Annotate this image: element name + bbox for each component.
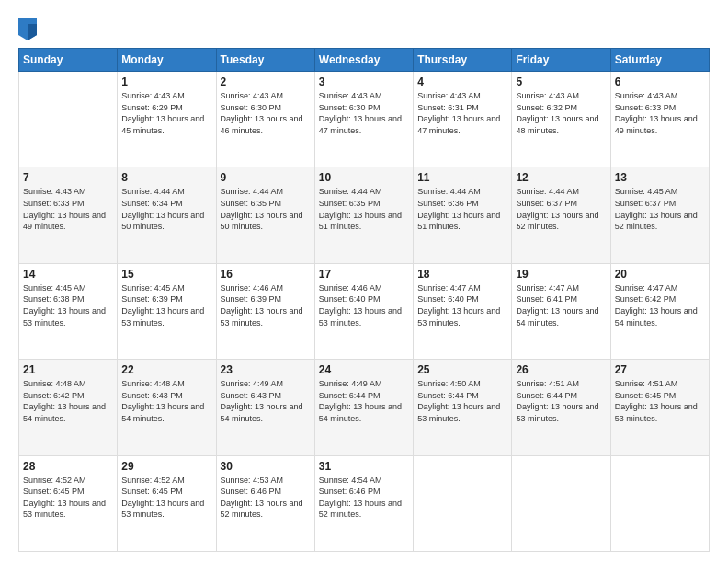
day-number: 9 (221, 171, 311, 184)
logo (18, 18, 40, 40)
calendar-cell: 9Sunrise: 4:44 AMSunset: 6:35 PMDaylight… (216, 167, 314, 263)
day-number: 10 (319, 171, 409, 184)
calendar-cell: 5Sunrise: 4:43 AMSunset: 6:32 PMDaylight… (512, 72, 610, 167)
calendar-cell: 18Sunrise: 4:47 AMSunset: 6:40 PMDayligh… (414, 263, 512, 359)
day-number: 17 (319, 268, 409, 281)
day-info: Sunrise: 4:54 AMSunset: 6:46 PMDaylight:… (319, 475, 409, 521)
day-number: 24 (319, 363, 409, 376)
day-info: Sunrise: 4:48 AMSunset: 6:43 PMDaylight:… (121, 378, 211, 424)
calendar-week-row: 28Sunrise: 4:52 AMSunset: 6:45 PMDayligh… (19, 455, 710, 551)
calendar-cell: 7Sunrise: 4:43 AMSunset: 6:33 PMDaylight… (19, 167, 118, 263)
day-info: Sunrise: 4:45 AMSunset: 6:37 PMDaylight:… (615, 186, 705, 232)
calendar-table: SundayMondayTuesdayWednesdayThursdayFrid… (18, 48, 710, 552)
calendar-cell: 23Sunrise: 4:49 AMSunset: 6:43 PMDayligh… (216, 360, 314, 455)
day-info: Sunrise: 4:51 AMSunset: 6:45 PMDaylight:… (615, 378, 705, 424)
calendar-cell: 1Sunrise: 4:43 AMSunset: 6:29 PMDaylight… (118, 72, 216, 167)
day-number: 19 (516, 268, 606, 281)
calendar-cell (512, 455, 610, 551)
day-number: 22 (121, 363, 211, 376)
day-info: Sunrise: 4:44 AMSunset: 6:35 PMDaylight:… (319, 186, 409, 232)
calendar-cell: 10Sunrise: 4:44 AMSunset: 6:35 PMDayligh… (314, 167, 413, 263)
day-number: 31 (319, 460, 409, 473)
day-number: 13 (615, 171, 705, 184)
calendar-cell: 24Sunrise: 4:49 AMSunset: 6:44 PMDayligh… (314, 360, 413, 455)
calendar-cell: 8Sunrise: 4:44 AMSunset: 6:34 PMDaylight… (118, 167, 216, 263)
day-info: Sunrise: 4:44 AMSunset: 6:34 PMDaylight:… (121, 186, 211, 232)
calendar-cell (19, 72, 118, 167)
calendar-cell: 11Sunrise: 4:44 AMSunset: 6:36 PMDayligh… (414, 167, 512, 263)
svg-marker-1 (28, 24, 37, 40)
day-info: Sunrise: 4:52 AMSunset: 6:45 PMDaylight:… (121, 475, 211, 521)
day-info: Sunrise: 4:44 AMSunset: 6:36 PMDaylight:… (417, 186, 507, 232)
day-number: 29 (121, 460, 211, 473)
day-number: 5 (516, 75, 606, 88)
calendar-week-row: 1Sunrise: 4:43 AMSunset: 6:29 PMDaylight… (19, 72, 710, 167)
day-info: Sunrise: 4:49 AMSunset: 6:44 PMDaylight:… (319, 378, 409, 424)
weekday-header: Thursday (414, 49, 512, 72)
day-number: 2 (221, 75, 311, 88)
day-info: Sunrise: 4:47 AMSunset: 6:40 PMDaylight:… (417, 282, 507, 328)
day-number: 23 (221, 363, 311, 376)
calendar-cell (610, 455, 709, 551)
calendar-cell: 27Sunrise: 4:51 AMSunset: 6:45 PMDayligh… (610, 360, 709, 455)
calendar-week-row: 7Sunrise: 4:43 AMSunset: 6:33 PMDaylight… (19, 167, 710, 263)
calendar-cell: 13Sunrise: 4:45 AMSunset: 6:37 PMDayligh… (610, 167, 709, 263)
calendar-week-row: 21Sunrise: 4:48 AMSunset: 6:42 PMDayligh… (19, 360, 710, 455)
day-number: 25 (417, 363, 507, 376)
day-number: 3 (319, 75, 409, 88)
day-info: Sunrise: 4:50 AMSunset: 6:44 PMDaylight:… (417, 378, 507, 424)
calendar-cell: 3Sunrise: 4:43 AMSunset: 6:30 PMDaylight… (314, 72, 413, 167)
calendar-cell: 15Sunrise: 4:45 AMSunset: 6:39 PMDayligh… (118, 263, 216, 359)
calendar-cell: 6Sunrise: 4:43 AMSunset: 6:33 PMDaylight… (610, 72, 709, 167)
day-info: Sunrise: 4:43 AMSunset: 6:32 PMDaylight:… (516, 90, 606, 136)
day-info: Sunrise: 4:45 AMSunset: 6:39 PMDaylight:… (121, 282, 211, 328)
day-info: Sunrise: 4:49 AMSunset: 6:43 PMDaylight:… (221, 378, 311, 424)
calendar-cell: 22Sunrise: 4:48 AMSunset: 6:43 PMDayligh… (118, 360, 216, 455)
day-info: Sunrise: 4:46 AMSunset: 6:40 PMDaylight:… (319, 282, 409, 328)
day-number: 15 (121, 268, 211, 281)
day-info: Sunrise: 4:53 AMSunset: 6:46 PMDaylight:… (221, 475, 311, 521)
calendar-cell: 28Sunrise: 4:52 AMSunset: 6:45 PMDayligh… (19, 455, 118, 551)
day-number: 28 (23, 460, 113, 473)
calendar-cell (414, 455, 512, 551)
calendar-cell: 29Sunrise: 4:52 AMSunset: 6:45 PMDayligh… (118, 455, 216, 551)
day-number: 12 (516, 171, 606, 184)
weekday-header: Saturday (610, 49, 709, 72)
weekday-header: Friday (512, 49, 610, 72)
calendar-cell: 20Sunrise: 4:47 AMSunset: 6:42 PMDayligh… (610, 263, 709, 359)
day-number: 7 (23, 171, 113, 184)
calendar-cell: 14Sunrise: 4:45 AMSunset: 6:38 PMDayligh… (19, 263, 118, 359)
calendar-cell: 17Sunrise: 4:46 AMSunset: 6:40 PMDayligh… (314, 263, 413, 359)
day-info: Sunrise: 4:52 AMSunset: 6:45 PMDaylight:… (23, 475, 113, 521)
day-number: 27 (615, 363, 705, 376)
day-info: Sunrise: 4:47 AMSunset: 6:42 PMDaylight:… (615, 282, 705, 328)
day-info: Sunrise: 4:51 AMSunset: 6:44 PMDaylight:… (516, 378, 606, 424)
day-number: 4 (417, 75, 507, 88)
day-info: Sunrise: 4:43 AMSunset: 6:30 PMDaylight:… (319, 90, 409, 136)
day-info: Sunrise: 4:43 AMSunset: 6:29 PMDaylight:… (121, 90, 211, 136)
day-info: Sunrise: 4:43 AMSunset: 6:33 PMDaylight:… (23, 186, 113, 232)
calendar-cell: 25Sunrise: 4:50 AMSunset: 6:44 PMDayligh… (414, 360, 512, 455)
calendar-cell: 16Sunrise: 4:46 AMSunset: 6:39 PMDayligh… (216, 263, 314, 359)
calendar-cell: 26Sunrise: 4:51 AMSunset: 6:44 PMDayligh… (512, 360, 610, 455)
day-number: 8 (121, 171, 211, 184)
day-info: Sunrise: 4:44 AMSunset: 6:35 PMDaylight:… (221, 186, 311, 232)
day-info: Sunrise: 4:43 AMSunset: 6:31 PMDaylight:… (417, 90, 507, 136)
day-number: 11 (417, 171, 507, 184)
header (18, 15, 710, 40)
day-number: 6 (615, 75, 705, 88)
day-number: 21 (23, 363, 113, 376)
day-number: 26 (516, 363, 606, 376)
day-info: Sunrise: 4:46 AMSunset: 6:39 PMDaylight:… (221, 282, 311, 328)
logo-icon (18, 18, 37, 40)
calendar-cell: 21Sunrise: 4:48 AMSunset: 6:42 PMDayligh… (19, 360, 118, 455)
day-info: Sunrise: 4:48 AMSunset: 6:42 PMDaylight:… (23, 378, 113, 424)
calendar-cell: 19Sunrise: 4:47 AMSunset: 6:41 PMDayligh… (512, 263, 610, 359)
page: SundayMondayTuesdayWednesdayThursdayFrid… (0, 0, 728, 563)
weekday-header: Monday (118, 49, 216, 72)
calendar-cell: 2Sunrise: 4:43 AMSunset: 6:30 PMDaylight… (216, 72, 314, 167)
day-number: 16 (221, 268, 311, 281)
day-number: 18 (417, 268, 507, 281)
weekday-header: Sunday (19, 49, 118, 72)
weekday-header: Wednesday (314, 49, 413, 72)
